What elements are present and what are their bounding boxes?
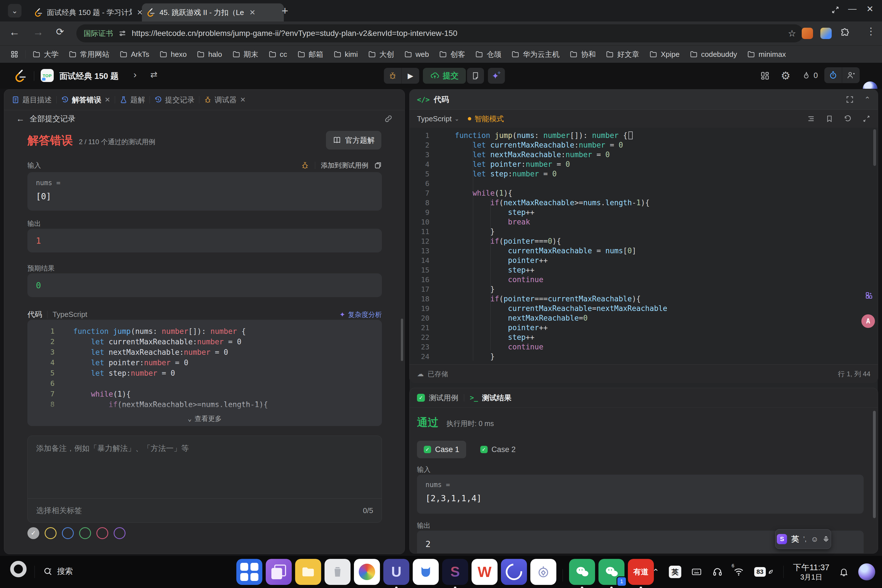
tray-keyboard-icon[interactable] [691,566,702,578]
tray-expand-icon[interactable]: ⌃ [652,567,659,577]
app-app-grid[interactable] [236,559,262,585]
all-submissions-link[interactable]: ← 全部提交记录 [16,114,75,124]
left-panel-scrollbar[interactable] [401,319,403,361]
left-tab-题目描述[interactable]: 题目描述 [12,95,52,105]
close-tab-icon[interactable]: ✕ [240,96,246,104]
reset-icon[interactable] [844,115,852,123]
ime-mic-icon[interactable] [823,536,830,543]
bookmark-folder[interactable]: 华为云主机 [512,50,560,59]
notes-button[interactable] [467,68,484,84]
leetcode-logo[interactable] [15,69,27,82]
bookmark-folder[interactable]: 期末 [232,50,258,59]
tray-headset-icon[interactable] [712,566,723,578]
bookmark-folder[interactable]: codebuddy [690,50,737,59]
tray-wifi-icon[interactable]: 6 [733,567,745,577]
back-icon[interactable]: ← [9,26,20,38]
bookmark-folder[interactable]: 好文章 [606,50,639,59]
app-design-s[interactable]: S [442,559,468,585]
streak-counter[interactable]: 0 [802,70,818,80]
bookmark-folder[interactable]: 大创 [368,50,394,59]
submit-button[interactable]: 提交 [423,68,466,84]
layout-icon[interactable] [760,70,770,81]
app-launcher-outline[interactable] [530,559,556,585]
left-tab-提交记录[interactable]: 提交记录 [154,95,195,105]
url-text[interactable]: https://leetcode.cn/problems/jump-game-i… [132,29,783,38]
settings-gear-icon[interactable]: ⚙ [781,69,790,82]
tag-selector[interactable]: 选择相关标签 0/5 [36,499,373,522]
bookmark-folder[interactable]: kimi [334,50,358,59]
ai-assistant-button[interactable]: ✦ ✧ [488,68,505,84]
note-editor[interactable]: 添加备注，例如「暴力解法」、「方法一」等 选择相关标签 0/5 [27,436,382,523]
forward-icon[interactable]: → [33,26,44,38]
note-color-4[interactable] [79,527,91,539]
app-wechat[interactable] [569,559,595,585]
add-to-testcase-link[interactable]: 添加到测试用例 [321,161,368,170]
extension-icon-1[interactable] [802,28,813,39]
close-tab-icon[interactable]: ✕ [105,96,110,104]
testcase-scrollbar[interactable] [873,411,876,518]
tray-battery-icon[interactable]: 83 [754,567,774,577]
app-trash[interactable] [324,559,351,585]
app-dev-cat[interactable] [413,559,439,585]
expand-icon[interactable] [862,115,870,123]
export-icon[interactable] [374,161,382,170]
translate-widget-icon[interactable]: A [861,314,875,328]
system-user-avatar[interactable] [858,563,875,580]
site-settings-icon[interactable] [118,29,127,38]
note-color-5[interactable] [96,527,108,539]
note-color-2[interactable] [45,527,57,539]
cert-badge[interactable]: 国际证书 [84,28,113,39]
left-tab-题解[interactable]: 题解 [120,95,145,105]
ime-sogou-icon[interactable]: S [777,534,787,544]
next-problem-icon[interactable]: › [134,69,136,80]
ime-emoji-icon[interactable]: ☺ [811,535,818,544]
note-color-6[interactable] [114,527,126,539]
bookmark-folder[interactable]: 创客 [439,50,465,59]
bookmark-folder[interactable]: cc [268,50,287,59]
bookmark-folder[interactable]: hexo [159,50,187,59]
complexity-analysis-link[interactable]: ✦ 复杂度分析 [339,310,382,319]
apps-grid-icon[interactable] [10,50,19,58]
extensions-puzzle-icon[interactable] [839,28,850,39]
run-button[interactable]: ▶ [402,68,419,84]
official-solution-button[interactable]: 官方题解 [326,131,381,150]
view-more-button[interactable]: ⌄ 查看更多 [27,414,382,423]
browser-tab-2[interactable]: 45. 跳跃游戏 II - 力扣（Lee✕ [142,3,284,21]
bookmark-icon[interactable] [826,115,833,123]
bookmark-folder[interactable]: 常用网站 [69,50,110,59]
ime-punctuation-icon[interactable]: ’, [803,535,807,543]
left-tab-调试器[interactable]: 调试器✕ [204,95,246,105]
language-select[interactable]: TypeScript ⌄ [417,114,459,123]
timer-button[interactable] [824,67,842,83]
reload-icon[interactable]: ⟳ [56,26,64,38]
actual-output-box[interactable]: 1 [27,229,382,252]
case-button-case-1[interactable]: ✓Case 1 [417,441,466,458]
tab-search-button[interactable]: ⌄ [8,4,21,18]
app-clock[interactable] [501,559,527,585]
app-youdao[interactable]: 有道 [628,559,654,585]
tray-language-indicator[interactable]: 英 [669,566,681,578]
left-tab-解答错误[interactable]: 解答错误✕ [61,95,110,105]
clock[interactable]: 下午11:37 3月1日 [793,562,830,582]
launcher-button[interactable] [10,561,27,577]
submitted-code-block[interactable]: 1function jump(nums: number[]): number {… [27,320,382,426]
bookmark-folder[interactable]: minimax [747,50,786,59]
restore-window-icon[interactable] [831,5,840,15]
invite-button[interactable] [842,67,860,83]
bookmark-folder[interactable]: 仓颉 [475,50,501,59]
note-color-1[interactable]: ✓ [27,527,39,539]
debug-button[interactable] [384,68,401,84]
ai-widget-icon[interactable] [865,291,873,300]
close-window-icon[interactable]: ✕ [867,4,873,14]
failed-input-box[interactable]: nums = [0] [27,172,382,211]
bookmark-folder[interactable]: ArkTs [120,50,149,59]
extension-icon-2[interactable] [820,28,832,39]
browser-menu-icon[interactable]: ⋮ [866,26,876,37]
bookmark-star-icon[interactable]: ☆ [788,28,796,39]
bookmark-folder[interactable]: Xpipe [650,50,680,59]
copy-link-icon[interactable] [384,114,393,123]
ime-language[interactable]: 英 [791,534,799,544]
format-icon[interactable] [807,115,815,123]
tc-input-box[interactable]: nums = [2,3,1,1,4] [417,475,864,514]
bookmark-folder[interactable]: 大学 [33,50,58,59]
